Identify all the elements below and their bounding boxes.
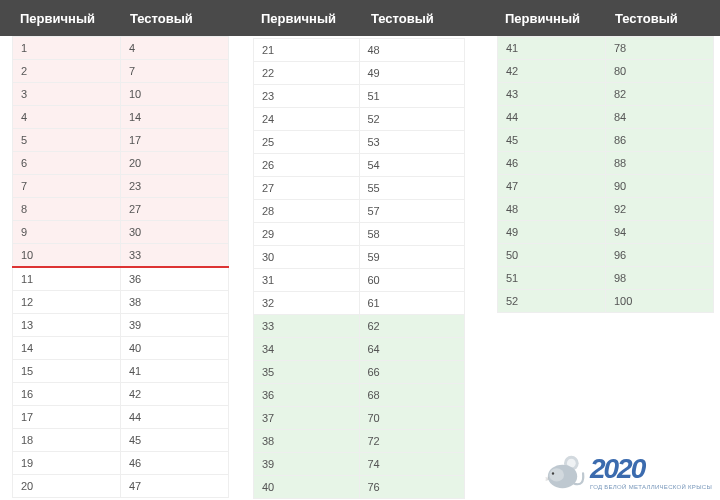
table-row: 1238 <box>13 291 229 314</box>
cell-test: 82 <box>606 83 714 106</box>
table-row: 4076 <box>254 476 465 499</box>
cell-primary: 51 <box>498 267 606 290</box>
cell-primary: 32 <box>254 292 360 315</box>
cell-primary: 15 <box>13 360 121 383</box>
table-row: 2148 <box>254 39 465 62</box>
cell-primary: 14 <box>13 337 121 360</box>
table-row: 27 <box>13 60 229 83</box>
score-table: 1427310414517620723827930103311361238133… <box>12 36 229 498</box>
cell-test: 61 <box>359 292 465 315</box>
table-row: 3059 <box>254 246 465 269</box>
table-row: 5198 <box>498 267 714 290</box>
table-row: 723 <box>13 175 229 198</box>
header-primary: Первичный <box>14 11 124 26</box>
header-group: ПервичныйТестовый <box>0 11 235 26</box>
cell-test: 72 <box>359 430 465 453</box>
header-primary: Первичный <box>499 11 609 26</box>
table-row: 414 <box>13 106 229 129</box>
score-column: 1427310414517620723827930103311361238133… <box>0 36 235 499</box>
score-column: 2148224923512452255326542755285729583059… <box>235 38 471 499</box>
cell-test: 80 <box>606 60 714 83</box>
cell-test: 100 <box>606 290 714 313</box>
table-row: 52100 <box>498 290 714 313</box>
cell-test: 90 <box>606 175 714 198</box>
cell-primary: 33 <box>254 315 360 338</box>
cell-test: 64 <box>359 338 465 361</box>
cell-primary: 5 <box>13 129 121 152</box>
table-row: 4994 <box>498 221 714 244</box>
cell-test: 30 <box>121 221 229 244</box>
cell-primary: 6 <box>13 152 121 175</box>
cell-primary: 13 <box>13 314 121 337</box>
table-row: 827 <box>13 198 229 221</box>
cell-test: 47 <box>121 475 229 498</box>
table-row: 2351 <box>254 85 465 108</box>
cell-primary: 20 <box>13 475 121 498</box>
table-row: 3261 <box>254 292 465 315</box>
cell-test: 86 <box>606 129 714 152</box>
cell-primary: 23 <box>254 85 360 108</box>
cell-test: 55 <box>359 177 465 200</box>
table-row: 1541 <box>13 360 229 383</box>
cell-primary: 37 <box>254 407 360 430</box>
columns-wrap: 1427310414517620723827930103311361238133… <box>0 36 720 499</box>
cell-primary: 18 <box>13 429 121 452</box>
cell-test: 52 <box>359 108 465 131</box>
cell-primary: 46 <box>498 152 606 175</box>
cell-primary: 22 <box>254 62 360 85</box>
cell-test: 45 <box>121 429 229 452</box>
table-row: 3464 <box>254 338 465 361</box>
header-test: Тестовый <box>365 11 465 26</box>
cell-primary: 16 <box>13 383 121 406</box>
cell-primary: 31 <box>254 269 360 292</box>
table-row: 4790 <box>498 175 714 198</box>
cell-primary: 40 <box>254 476 360 499</box>
header-primary: Первичный <box>255 11 365 26</box>
header-bar: ПервичныйТестовыйПервичныйТестовыйПервич… <box>0 0 720 36</box>
cell-primary: 50 <box>498 244 606 267</box>
cell-test: 10 <box>121 83 229 106</box>
cell-test: 17 <box>121 129 229 152</box>
cell-primary: 8 <box>13 198 121 221</box>
table-row: 1136 <box>13 267 229 291</box>
table-row: 4586 <box>498 129 714 152</box>
cell-primary: 4 <box>13 106 121 129</box>
table-row: 2553 <box>254 131 465 154</box>
cell-primary: 19 <box>13 452 121 475</box>
cell-primary: 49 <box>498 221 606 244</box>
cell-test: 98 <box>606 267 714 290</box>
cell-primary: 17 <box>13 406 121 429</box>
table-row: 3872 <box>254 430 465 453</box>
cell-primary: 52 <box>498 290 606 313</box>
cell-test: 41 <box>121 360 229 383</box>
cell-test: 48 <box>359 39 465 62</box>
cell-primary: 26 <box>254 154 360 177</box>
table-row: 2958 <box>254 223 465 246</box>
cell-test: 7 <box>121 60 229 83</box>
table-row: 3770 <box>254 407 465 430</box>
table-row: 1744 <box>13 406 229 429</box>
cell-test: 49 <box>359 62 465 85</box>
cell-test: 62 <box>359 315 465 338</box>
cell-primary: 3 <box>13 83 121 106</box>
cell-test: 14 <box>121 106 229 129</box>
header-group: ПервичныйТестовый <box>471 11 720 26</box>
cell-test: 88 <box>606 152 714 175</box>
table-row: 4688 <box>498 152 714 175</box>
table-row: 1033 <box>13 244 229 268</box>
table-row: 2755 <box>254 177 465 200</box>
cell-primary: 34 <box>254 338 360 361</box>
table-row: 3566 <box>254 361 465 384</box>
cell-primary: 12 <box>13 291 121 314</box>
cell-primary: 7 <box>13 175 121 198</box>
cell-primary: 28 <box>254 200 360 223</box>
cell-test: 23 <box>121 175 229 198</box>
cell-test: 27 <box>121 198 229 221</box>
cell-primary: 38 <box>254 430 360 453</box>
table-row: 3160 <box>254 269 465 292</box>
cell-test: 46 <box>121 452 229 475</box>
table-row: 4178 <box>498 37 714 60</box>
cell-test: 38 <box>121 291 229 314</box>
table-row: 3974 <box>254 453 465 476</box>
cell-primary: 21 <box>254 39 360 62</box>
